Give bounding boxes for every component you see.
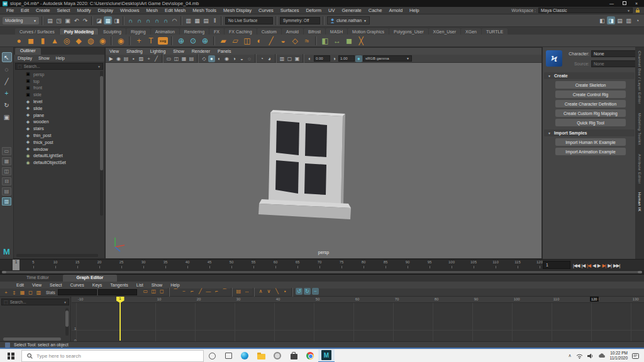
menu-generate[interactable]: Generate	[341, 8, 361, 13]
section-header-import-samples[interactable]: ▼Import Samples	[544, 129, 635, 136]
panel-tab-time-editor[interactable]: Time Editor	[13, 275, 63, 282]
menu-create[interactable]: Create	[36, 8, 50, 13]
outliner-item-plane[interactable]: ◈plane	[15, 112, 101, 119]
shaded-mode-icon[interactable]: ●	[208, 55, 215, 62]
buffer-snapshot-icon[interactable]: ▤	[235, 288, 242, 295]
pause-icon[interactable]: ‖	[211, 16, 219, 25]
shelf-tab-curves-surfaces[interactable]: Curves / Surfaces	[15, 28, 59, 35]
play-forward-button[interactable]: ▶	[597, 263, 601, 268]
graph-menu-curves[interactable]: Curves	[70, 283, 84, 287]
viewport-menu-lighting[interactable]: Lighting	[150, 49, 166, 53]
step-forward-frame-button[interactable]: ▶|	[607, 263, 612, 268]
paint-select-tool[interactable]: ╱	[2, 76, 12, 86]
user-account-menu[interactable]: clune.nathan ▼	[327, 16, 370, 25]
viewport-menu-renderer[interactable]: Renderer	[192, 49, 210, 53]
store-button[interactable]	[286, 349, 302, 362]
taskbar-search-input[interactable]	[36, 353, 162, 359]
go-to-end-button[interactable]: ▶▶|	[613, 263, 620, 268]
locator-icon[interactable]: ⊙	[188, 36, 198, 46]
action-center-icon[interactable]	[632, 353, 639, 359]
move-nearest-picked-key-icon[interactable]: +	[3, 289, 9, 296]
graph-menu-list[interactable]: List	[136, 283, 143, 287]
shelf-tab-rendering[interactable]: Rendering	[180, 28, 209, 35]
shelf-tab-motion-graphics[interactable]: Motion Graphics	[348, 28, 389, 35]
poly-disc-icon[interactable]: ◍	[86, 36, 96, 46]
outliner-menu-help[interactable]: Help	[55, 56, 64, 60]
menu-file[interactable]: File	[6, 8, 14, 13]
select-hierarchy-icon[interactable]: ◪	[95, 16, 103, 25]
shelf-tab-polygons-user[interactable]: Polygons_User	[389, 28, 428, 35]
image-plane-icon[interactable]: ▨	[138, 55, 145, 62]
region-tool-icon[interactable]: ◻	[27, 289, 34, 296]
edge-button[interactable]	[236, 349, 253, 362]
lattice-deform-keys-icon[interactable]: ▦	[19, 289, 26, 296]
bookmarks-icon[interactable]: ▪	[130, 55, 137, 62]
lock-camera-icon[interactable]: ◉	[115, 55, 122, 62]
taskbar-clock[interactable]: 10:22 PM 11/1/2020	[610, 351, 628, 361]
bridge-icon[interactable]: ≈	[302, 36, 312, 46]
section-header-create[interactable]: ▼Create	[544, 72, 635, 79]
layout-four-pane[interactable]: ▦	[2, 157, 11, 165]
lasso-tool[interactable]: ◌	[2, 64, 12, 74]
current-frame-marker[interactable]: 1	[13, 260, 19, 271]
resolution-gate-icon[interactable]: ▢	[286, 55, 293, 62]
outliner-search[interactable]: ⬚ ▼	[15, 63, 103, 70]
outliner-item-top[interactable]: ▣top	[15, 78, 101, 85]
snap-grid-icon[interactable]: ∩	[126, 16, 135, 25]
separate-icon[interactable]: ▱	[230, 36, 240, 46]
select-object-icon[interactable]: ▦	[104, 16, 112, 25]
step-back-frame-button[interactable]: |◀	[580, 263, 586, 268]
graph-outliner-vertical-scrollbar[interactable]	[65, 308, 69, 336]
menu-modify[interactable]: Modify	[77, 8, 91, 13]
shelf-tab-rigging[interactable]: Rigging	[126, 28, 150, 35]
layout-shortcut-single-icon[interactable]: ▭	[165, 55, 172, 62]
graph-menu-show[interactable]: Show	[152, 283, 163, 287]
viewport-menu-panels[interactable]: Panels	[218, 49, 231, 53]
shelf-tab-animation[interactable]: Animation	[151, 28, 179, 35]
graph-playhead[interactable]	[119, 297, 121, 341]
mirror-icon[interactable]: ◧	[320, 36, 330, 46]
side-tab-attribute-editor[interactable]: Attribute Editor	[638, 154, 641, 184]
import-human-ik-example-button[interactable]: Import Human IK Example	[555, 138, 626, 146]
outliner-item-front[interactable]: ▣front	[15, 85, 101, 92]
grease-pencil-icon[interactable]: ╱	[153, 55, 160, 62]
taskbar-search[interactable]	[21, 350, 204, 362]
graph-menu-edit[interactable]: Edit	[16, 283, 24, 287]
outliner-item-level[interactable]: ◈level	[15, 98, 101, 105]
layout-current[interactable]: ▥	[2, 197, 11, 206]
stats-value-field[interactable]	[98, 289, 137, 295]
type-tool-icon[interactable]: T	[146, 36, 156, 46]
render-icon[interactable]: ▦	[193, 16, 201, 25]
network-icon[interactable]	[576, 353, 583, 359]
graph-outliner-horizontal-scrollbar[interactable]	[3, 337, 61, 341]
quick-rig-tool-button[interactable]: Quick Rig Tool	[555, 119, 626, 126]
layout-shortcut-saved-icon[interactable]: ◫	[173, 55, 180, 62]
curve-smoothness-icon[interactable]: ~	[312, 288, 319, 295]
outliner-item-slide[interactable]: ◈slide	[15, 105, 101, 112]
shelf-tab-custom[interactable]: Custom	[257, 28, 281, 35]
multi-cut-icon[interactable]: ╱	[266, 36, 276, 46]
divider[interactable]	[323, 16, 325, 25]
shelf-tab-arnold[interactable]: Arnold	[282, 28, 303, 35]
sidebar-channel-box-icon[interactable]: ▤	[616, 16, 624, 25]
outliner-item-persp[interactable]: ▣persp	[15, 71, 101, 78]
layout-shortcut-four-icon[interactable]: ▦	[180, 55, 187, 62]
layout-shortcut-outliner-icon[interactable]: ▤	[188, 55, 195, 62]
2d-pan-zoom-icon[interactable]: +	[145, 55, 152, 62]
stacked-view-icon[interactable]: ◫	[150, 288, 157, 295]
sidebar-modeling-toolkit-icon[interactable]: ▥	[625, 16, 633, 25]
linear-tangent-icon[interactable]: ╱	[197, 288, 204, 295]
select-camera-icon[interactable]: ▶	[108, 55, 114, 62]
divider[interactable]	[275, 16, 277, 25]
graph-editor-search-input[interactable]	[10, 300, 64, 304]
screen-ao-icon[interactable]: ◒	[238, 55, 245, 62]
insert-keys-icon[interactable]: ‡	[11, 289, 18, 296]
menu-curves[interactable]: Curves	[258, 8, 274, 13]
poly-cone-icon[interactable]: ▲	[50, 36, 60, 46]
select-tool[interactable]: ↖	[2, 52, 12, 62]
curve-tool-icon[interactable]: +	[134, 36, 144, 46]
swap-buffer-icon[interactable]: ↔	[243, 288, 250, 295]
symmetry-field[interactable]: Symmetry: Off	[280, 17, 320, 25]
side-tab-modeling-toolkit[interactable]: Modeling Toolkit	[638, 113, 641, 145]
open-scene-icon[interactable]: ◳	[55, 16, 63, 25]
